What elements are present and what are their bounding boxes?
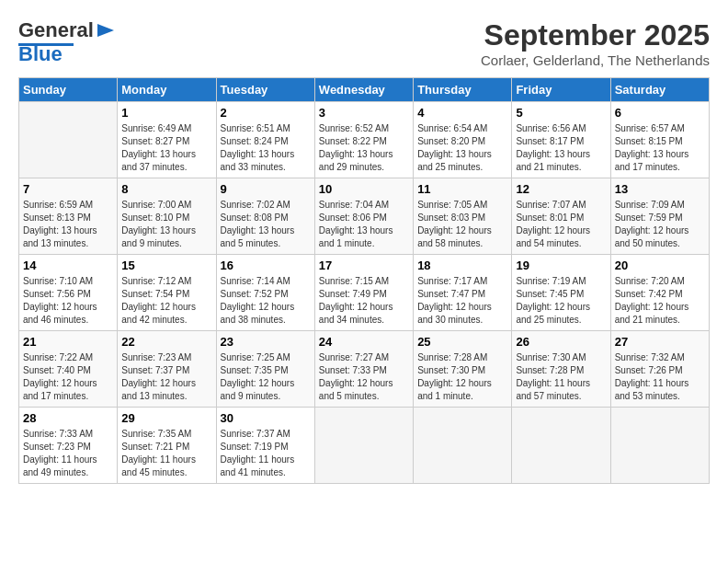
col-thursday: Thursday	[414, 78, 512, 102]
calendar-cell: 25 Sunrise: 7:28 AM Sunset: 7:30 PM Dayl…	[414, 331, 512, 408]
sunset-text: Sunset: 8:01 PM	[516, 212, 606, 224]
day-info: Sunrise: 6:57 AM Sunset: 8:15 PM Dayligh…	[615, 122, 705, 174]
calendar-cell: 26 Sunrise: 7:30 AM Sunset: 7:28 PM Dayl…	[512, 331, 610, 408]
calendar-cell: 14 Sunrise: 7:10 AM Sunset: 7:56 PM Dayl…	[19, 255, 118, 331]
sunset-text: Sunset: 8:13 PM	[23, 212, 113, 224]
sunset-text: Sunset: 7:35 PM	[221, 364, 311, 377]
daylight-text: Daylight: 11 hours and 57 minutes.	[516, 377, 606, 403]
day-number: 14	[23, 259, 113, 272]
calendar-cell: 24 Sunrise: 7:27 AM Sunset: 7:33 PM Dayl…	[314, 331, 413, 408]
day-info: Sunrise: 7:27 AM Sunset: 7:33 PM Dayligh…	[319, 351, 409, 403]
calendar-cell: 13 Sunrise: 7:09 AM Sunset: 7:59 PM Dayl…	[610, 178, 709, 255]
sunset-text: Sunset: 8:06 PM	[319, 212, 409, 224]
col-friday: Friday	[512, 78, 610, 102]
calendar-cell: 21 Sunrise: 7:22 AM Sunset: 7:40 PM Dayl…	[19, 331, 118, 408]
day-number: 10	[319, 182, 409, 196]
sunrise-text: Sunrise: 7:19 AM	[516, 275, 606, 288]
day-number: 11	[417, 182, 507, 196]
calendar-cell: 23 Sunrise: 7:25 AM Sunset: 7:35 PM Dayl…	[216, 331, 314, 408]
daylight-text: Daylight: 12 hours and 30 minutes.	[417, 301, 507, 327]
calendar-cell: 3 Sunrise: 6:52 AM Sunset: 8:22 PM Dayli…	[314, 102, 413, 178]
sunset-text: Sunset: 8:20 PM	[417, 135, 507, 148]
sunset-text: Sunset: 8:24 PM	[221, 135, 311, 148]
calendar-cell: 11 Sunrise: 7:05 AM Sunset: 8:03 PM Dayl…	[414, 178, 512, 255]
header-row: Sunday Monday Tuesday Wednesday Thursday…	[19, 78, 710, 102]
sunrise-text: Sunrise: 7:28 AM	[417, 351, 507, 364]
calendar-cell: 27 Sunrise: 7:32 AM Sunset: 7:26 PM Dayl…	[610, 331, 709, 408]
day-info: Sunrise: 6:52 AM Sunset: 8:22 PM Dayligh…	[319, 122, 409, 174]
day-number: 19	[516, 259, 606, 272]
daylight-text: Daylight: 12 hours and 17 minutes.	[23, 377, 113, 403]
sunset-text: Sunset: 7:28 PM	[516, 364, 606, 377]
day-info: Sunrise: 6:49 AM Sunset: 8:27 PM Dayligh…	[121, 122, 211, 174]
month-title: September 2025	[481, 18, 710, 52]
day-number: 26	[516, 335, 606, 349]
calendar-cell: 16 Sunrise: 7:14 AM Sunset: 7:52 PM Dayl…	[216, 255, 314, 331]
day-number: 30	[221, 411, 311, 425]
calendar-cell: 28 Sunrise: 7:33 AM Sunset: 7:23 PM Dayl…	[19, 408, 118, 484]
daylight-text: Daylight: 12 hours and 42 minutes.	[121, 301, 211, 327]
sunset-text: Sunset: 7:52 PM	[221, 288, 311, 301]
day-number: 8	[121, 182, 211, 196]
sunset-text: Sunset: 7:30 PM	[417, 364, 507, 377]
svg-marker-0	[97, 24, 114, 37]
sunrise-text: Sunrise: 7:25 AM	[221, 351, 311, 364]
sunrise-text: Sunrise: 7:05 AM	[417, 199, 507, 212]
calendar-cell: 17 Sunrise: 7:15 AM Sunset: 7:49 PM Dayl…	[314, 255, 413, 331]
calendar-week-1: 7 Sunrise: 6:59 AM Sunset: 8:13 PM Dayli…	[19, 178, 710, 255]
subtitle: Corlaer, Gelderland, The Netherlands	[481, 52, 710, 68]
calendar-cell: 6 Sunrise: 6:57 AM Sunset: 8:15 PM Dayli…	[610, 102, 709, 178]
day-number: 2	[221, 106, 311, 120]
calendar-cell: 7 Sunrise: 6:59 AM Sunset: 8:13 PM Dayli…	[19, 178, 118, 255]
sunrise-text: Sunrise: 7:32 AM	[615, 351, 705, 364]
logo-blue: Blue	[18, 42, 63, 66]
daylight-text: Daylight: 11 hours and 45 minutes.	[121, 454, 211, 479]
sunset-text: Sunset: 8:17 PM	[516, 135, 606, 148]
day-info: Sunrise: 7:30 AM Sunset: 7:28 PM Dayligh…	[516, 351, 606, 403]
sunrise-text: Sunrise: 7:33 AM	[23, 428, 113, 441]
calendar-cell: 18 Sunrise: 7:17 AM Sunset: 7:47 PM Dayl…	[414, 255, 512, 331]
day-number: 6	[615, 106, 705, 120]
sunrise-text: Sunrise: 6:51 AM	[221, 122, 311, 135]
calendar-cell: 19 Sunrise: 7:19 AM Sunset: 7:45 PM Dayl…	[512, 255, 610, 331]
calendar-cell: 5 Sunrise: 6:56 AM Sunset: 8:17 PM Dayli…	[512, 102, 610, 178]
day-info: Sunrise: 7:37 AM Sunset: 7:19 PM Dayligh…	[221, 428, 311, 479]
daylight-text: Daylight: 13 hours and 13 minutes.	[23, 224, 113, 250]
day-info: Sunrise: 7:23 AM Sunset: 7:37 PM Dayligh…	[121, 351, 211, 403]
day-info: Sunrise: 6:56 AM Sunset: 8:17 PM Dayligh…	[516, 122, 606, 174]
day-info: Sunrise: 7:09 AM Sunset: 7:59 PM Dayligh…	[615, 199, 705, 250]
daylight-text: Daylight: 11 hours and 41 minutes.	[221, 454, 311, 479]
calendar-cell: 20 Sunrise: 7:20 AM Sunset: 7:42 PM Dayl…	[610, 255, 709, 331]
sunrise-text: Sunrise: 7:10 AM	[23, 275, 113, 288]
day-number: 16	[221, 259, 311, 272]
calendar-cell: 9 Sunrise: 7:02 AM Sunset: 8:08 PM Dayli…	[216, 178, 314, 255]
day-info: Sunrise: 7:00 AM Sunset: 8:10 PM Dayligh…	[121, 199, 211, 250]
day-number: 20	[615, 259, 705, 272]
sunset-text: Sunset: 7:33 PM	[319, 364, 409, 377]
daylight-text: Daylight: 13 hours and 5 minutes.	[221, 224, 311, 250]
day-number: 21	[23, 335, 113, 349]
sunrise-text: Sunrise: 6:49 AM	[121, 122, 211, 135]
calendar-cell	[512, 408, 610, 484]
sunrise-text: Sunrise: 6:56 AM	[516, 122, 606, 135]
sunrise-text: Sunrise: 6:57 AM	[615, 122, 705, 135]
daylight-text: Daylight: 12 hours and 21 minutes.	[615, 301, 705, 327]
calendar-cell: 12 Sunrise: 7:07 AM Sunset: 8:01 PM Dayl…	[512, 178, 610, 255]
daylight-text: Daylight: 12 hours and 46 minutes.	[23, 301, 113, 327]
day-number: 28	[23, 411, 113, 425]
day-number: 24	[319, 335, 409, 349]
day-info: Sunrise: 7:05 AM Sunset: 8:03 PM Dayligh…	[417, 199, 507, 250]
daylight-text: Daylight: 12 hours and 54 minutes.	[516, 224, 606, 250]
sunrise-text: Sunrise: 7:12 AM	[121, 275, 211, 288]
calendar-table: Sunday Monday Tuesday Wednesday Thursday…	[18, 77, 710, 484]
daylight-text: Daylight: 11 hours and 49 minutes.	[23, 454, 113, 479]
daylight-text: Daylight: 12 hours and 25 minutes.	[516, 301, 606, 327]
sunrise-text: Sunrise: 7:20 AM	[615, 275, 705, 288]
sunset-text: Sunset: 7:45 PM	[516, 288, 606, 301]
daylight-text: Daylight: 13 hours and 9 minutes.	[121, 224, 211, 250]
daylight-text: Daylight: 13 hours and 33 minutes.	[221, 148, 311, 174]
sunset-text: Sunset: 8:27 PM	[121, 135, 211, 148]
daylight-text: Daylight: 13 hours and 1 minute.	[319, 224, 409, 250]
daylight-text: Daylight: 12 hours and 34 minutes.	[319, 301, 409, 327]
calendar-cell: 29 Sunrise: 7:35 AM Sunset: 7:21 PM Dayl…	[118, 408, 216, 484]
